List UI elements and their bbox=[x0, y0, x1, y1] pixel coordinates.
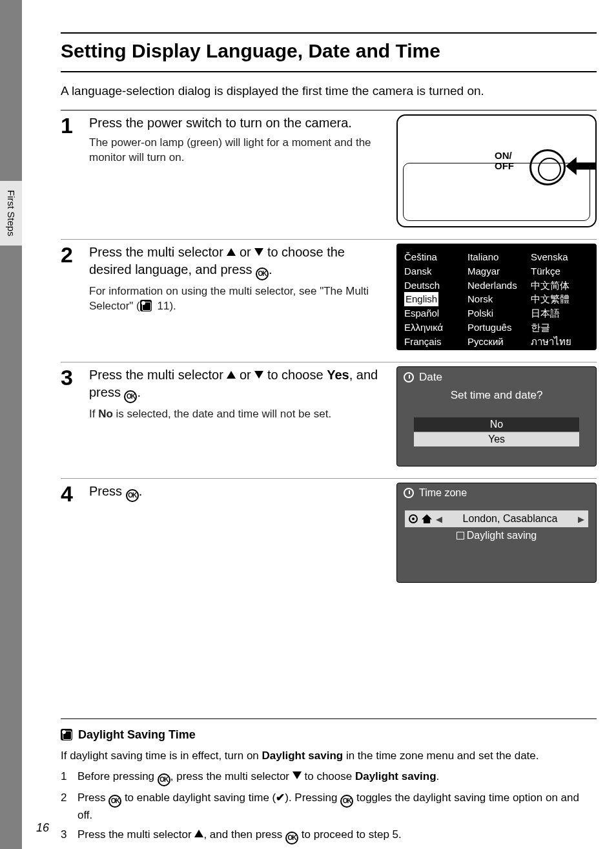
lang-option: Русский bbox=[467, 335, 526, 349]
lang-option: Français bbox=[404, 335, 462, 349]
lang-option: 中文繁體 bbox=[531, 292, 589, 306]
step-heading: Press the multi selector or to choose th… bbox=[89, 244, 390, 280]
step-heading: Press OK. bbox=[89, 483, 390, 502]
lang-option: 日本語 bbox=[531, 306, 589, 320]
page-number: 16 bbox=[36, 821, 49, 835]
checkbox-icon bbox=[457, 532, 464, 540]
step-heading: Press the power switch to turn on the ca… bbox=[89, 114, 390, 132]
home-icon bbox=[422, 514, 432, 523]
ok-button-icon: OK bbox=[256, 267, 269, 280]
lang-option: Türkçe bbox=[531, 264, 589, 278]
manual-page: Setting Display Language, Date and Time … bbox=[22, 0, 616, 849]
step-desc: For information on using the multi selec… bbox=[89, 284, 390, 314]
date-screen: Date Set time and date? No Yes bbox=[396, 366, 597, 466]
reference-icon bbox=[140, 300, 152, 311]
step-3: 3 Press the multi selector or to choose … bbox=[61, 362, 597, 473]
step-number: 2 bbox=[61, 244, 89, 266]
step-desc: If No is selected, the date and time wil… bbox=[89, 407, 390, 422]
lang-option: Dansk bbox=[404, 264, 462, 278]
clock-icon bbox=[404, 372, 414, 383]
tz-location-row: ◀ London, Casablanca ▶ bbox=[405, 510, 588, 527]
ok-button-icon: OK bbox=[126, 489, 139, 502]
lang-option: Suomi bbox=[467, 348, 526, 362]
camera-illustration: ON/OFF bbox=[396, 114, 597, 227]
onoff-label: ON/OFF bbox=[495, 151, 514, 171]
lang-option: Deutsch bbox=[404, 278, 462, 293]
step-number: 1 bbox=[61, 114, 89, 136]
lang-option: Ελληνικά bbox=[404, 320, 462, 335]
ok-button-icon: OK bbox=[158, 773, 170, 786]
lang-option: 한글 bbox=[531, 320, 589, 335]
step-number: 4 bbox=[61, 483, 89, 505]
screen-question: Set time and date? bbox=[397, 388, 596, 417]
lang-option: Indonesia bbox=[404, 348, 462, 362]
power-dial-icon bbox=[529, 149, 566, 185]
down-triangle-icon bbox=[254, 248, 263, 256]
clock-icon bbox=[404, 488, 414, 498]
lang-option: Svenska bbox=[531, 250, 589, 264]
option-no: No bbox=[414, 417, 579, 432]
selected-dot-icon bbox=[409, 514, 418, 523]
ok-button-icon: OK bbox=[108, 795, 121, 808]
note-list-item: 2 Press OK to enable daylight saving tim… bbox=[61, 790, 597, 823]
step-4: 4 Press OK. Time zone ◀ London, Casablan… bbox=[61, 478, 597, 589]
note-list-item: 1 Before pressing OK, press the multi se… bbox=[61, 769, 597, 786]
language-screen: Čeština Dansk Deutsch English Español Ελ… bbox=[396, 244, 597, 350]
lang-option: 中文简体 bbox=[531, 278, 589, 293]
down-triangle-icon bbox=[293, 771, 302, 779]
option-yes: Yes bbox=[414, 432, 579, 446]
step-number: 3 bbox=[61, 366, 89, 388]
lang-option: Polski bbox=[467, 306, 526, 320]
step-heading: Press the multi selector or to choose Ye… bbox=[89, 366, 390, 403]
lang-option: Norsk bbox=[467, 292, 526, 306]
ok-button-icon: OK bbox=[124, 390, 137, 403]
lang-option: Nederlands bbox=[467, 278, 526, 293]
lang-option: Magyar bbox=[467, 264, 526, 278]
tz-dst-row: Daylight saving bbox=[397, 527, 596, 544]
timezone-screen: Time zone ◀ London, Casablanca ▶ Dayligh… bbox=[396, 483, 597, 583]
daylight-saving-note: Daylight Saving Time If daylight saving … bbox=[61, 718, 597, 844]
ok-button-icon: OK bbox=[340, 795, 353, 808]
lang-option: Português bbox=[467, 320, 526, 335]
lang-option: Čeština bbox=[404, 250, 462, 264]
up-triangle-icon bbox=[194, 830, 203, 837]
lang-option-selected: English bbox=[404, 292, 462, 306]
note-paragraph: If daylight saving time is in effect, tu… bbox=[61, 748, 597, 764]
note-title: Daylight Saving Time bbox=[61, 728, 597, 742]
step-1: 1 Press the power switch to turn on the … bbox=[61, 110, 597, 234]
step-2: 2 Press the multi selector or to choose … bbox=[61, 239, 597, 357]
ok-button-icon: OK bbox=[285, 832, 298, 844]
step-desc: The power-on lamp (green) will light for… bbox=[89, 136, 390, 165]
checkmark-icon: ✔ bbox=[276, 790, 285, 806]
intro-text: A language-selection dialog is displayed… bbox=[61, 84, 597, 98]
side-tab-label: First Steps bbox=[0, 181, 22, 246]
up-triangle-icon bbox=[227, 371, 236, 379]
lang-option: Italiano bbox=[467, 250, 526, 264]
note-list-item: 3 Press the multi selector , and then pr… bbox=[61, 827, 597, 844]
lang-option: ภาษาไทย bbox=[531, 335, 589, 349]
note-icon bbox=[61, 729, 72, 740]
up-triangle-icon bbox=[227, 248, 236, 256]
down-triangle-icon bbox=[254, 371, 263, 379]
lang-option: Español bbox=[404, 306, 462, 320]
page-title: Setting Display Language, Date and Time bbox=[61, 32, 597, 72]
